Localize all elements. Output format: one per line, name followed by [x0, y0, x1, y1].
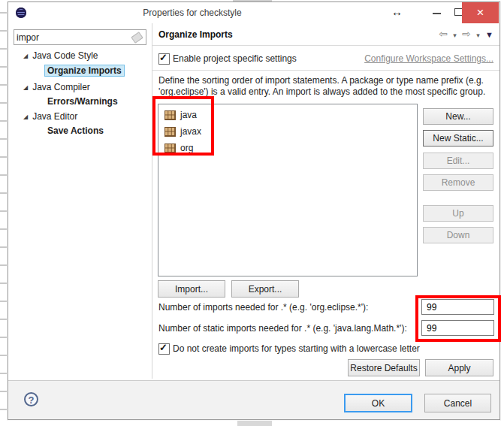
enable-project-settings-checkbox[interactable]: ✓	[158, 53, 170, 65]
history-nav: ⇦ ▾ ⇨ ▾ ▼	[436, 28, 493, 40]
filter-input[interactable]	[17, 31, 129, 44]
help-icon: ?	[29, 394, 35, 406]
background-window-fragment-left	[0, 0, 7, 426]
sidebar-item-java-code-style[interactable]: ◢Java Code Style	[23, 50, 98, 61]
checkmark-icon: ✓	[159, 52, 167, 63]
minimize-icon	[433, 13, 441, 14]
back-dropdown-icon[interactable]: ▾	[453, 32, 457, 39]
configure-workspace-settings-link[interactable]: Configure Workspace Settings...	[364, 53, 493, 64]
export-button[interactable]: Export...	[231, 280, 299, 298]
import-button[interactable]: Import...	[158, 280, 225, 298]
selected-tree-item: Organize Imports	[44, 65, 125, 77]
annotation-box-import-order	[152, 96, 214, 156]
remove-button: Remove	[423, 174, 493, 191]
background-window-fragment-bottom	[237, 421, 272, 426]
down-button: Down	[423, 227, 493, 243]
minimize-button[interactable]	[426, 2, 447, 23]
tree-expanded-icon[interactable]: ◢	[23, 53, 28, 59]
sidebar-item-save-actions[interactable]: Save Actions	[47, 125, 104, 136]
edit-button: Edit...	[423, 153, 493, 169]
properties-dialog: Properties for checkstyle ↔ × ◢Java Code…	[8, 2, 500, 420]
titlebar: Properties for checkstyle ↔ ×	[8, 2, 499, 23]
cancel-button[interactable]: Cancel	[424, 394, 491, 412]
sidebar: ◢Java Code Style Organize Imports ◢Java …	[8, 23, 152, 379]
enable-project-settings-label: Enable project specific settings	[173, 53, 297, 64]
back-icon[interactable]: ⇦	[439, 28, 448, 40]
new-button[interactable]: New...	[423, 108, 493, 125]
static-imports-needed-label: Number of static imports needed for .* (…	[158, 321, 407, 336]
clear-filter-icon[interactable]	[131, 32, 143, 44]
ok-button[interactable]: OK	[344, 394, 412, 412]
window-title: Properties for checkstyle	[31, 8, 354, 18]
checkmark-icon: ✓	[159, 342, 167, 353]
sidebar-item-java-editor[interactable]: ◢Java Editor	[23, 111, 77, 122]
view-menu-icon[interactable]: ▼	[485, 30, 493, 39]
divider	[152, 45, 499, 46]
lowercase-checkbox[interactable]: ✓	[158, 343, 170, 355]
help-button[interactable]: ?	[24, 392, 38, 406]
description-line-2: 'org.eclipse') is a valid entry. An impo…	[158, 86, 485, 97]
description-line-1: Define the sorting order of import state…	[158, 75, 484, 86]
tree-expanded-icon[interactable]: ◢	[23, 113, 28, 120]
close-icon: ×	[477, 5, 484, 20]
resize-arrows-icon[interactable]: ↔	[391, 5, 403, 18]
page-title: Organize Imports	[158, 29, 233, 40]
new-static-button[interactable]: New Static...	[423, 130, 493, 147]
apply-button[interactable]: Apply	[425, 359, 493, 376]
filter-box	[14, 29, 146, 45]
up-button: Up	[423, 205, 493, 222]
forward-dropdown-icon[interactable]: ▾	[476, 32, 480, 39]
forward-icon[interactable]: ⇨	[462, 28, 471, 40]
imports-needed-label: Number of imports needed for .* (e.g. 'o…	[158, 300, 368, 315]
sidebar-item-organize-imports[interactable]: Organize Imports	[44, 65, 125, 76]
eclipse-logo-icon[interactable]	[16, 8, 26, 18]
dialog-footer: ? OK Cancel	[8, 380, 499, 419]
tree-expanded-icon[interactable]: ◢	[23, 84, 28, 91]
close-button[interactable]: ×	[462, 2, 499, 23]
divider	[152, 70, 499, 71]
annotation-box-number-fields	[415, 295, 501, 342]
lowercase-label: Do not create imports for types starting…	[173, 343, 420, 354]
sidebar-item-errors-warnings[interactable]: Errors/Warnings	[47, 96, 118, 107]
restore-defaults-button[interactable]: Restore Defaults	[348, 359, 420, 376]
sidebar-item-java-compiler[interactable]: ◢Java Compiler	[23, 82, 90, 92]
